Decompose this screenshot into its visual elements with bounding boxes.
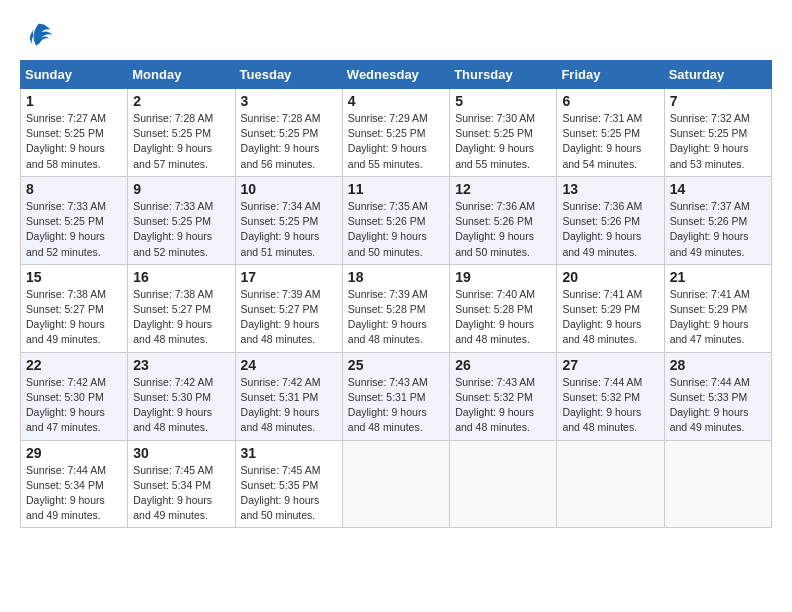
- day-info-line: Sunrise: 7:44 AM: [562, 376, 642, 388]
- calendar-cell: 27Sunrise: 7:44 AMSunset: 5:32 PMDayligh…: [557, 352, 664, 440]
- day-content: Sunrise: 7:45 AMSunset: 5:34 PMDaylight:…: [133, 463, 229, 524]
- day-number: 27: [562, 357, 658, 373]
- day-info-line: and 47 minutes.: [670, 333, 745, 345]
- calendar-cell: 19Sunrise: 7:40 AMSunset: 5:28 PMDayligh…: [450, 264, 557, 352]
- day-info-line: and 49 minutes.: [562, 246, 637, 258]
- calendar-cell: 17Sunrise: 7:39 AMSunset: 5:27 PMDayligh…: [235, 264, 342, 352]
- day-info-line: and 50 minutes.: [348, 246, 423, 258]
- day-number: 10: [241, 181, 337, 197]
- calendar-cell: 29Sunrise: 7:44 AMSunset: 5:34 PMDayligh…: [21, 440, 128, 528]
- day-info-line: Sunset: 5:33 PM: [670, 391, 748, 403]
- day-number: 20: [562, 269, 658, 285]
- calendar-cell: [450, 440, 557, 528]
- calendar-cell: 28Sunrise: 7:44 AMSunset: 5:33 PMDayligh…: [664, 352, 771, 440]
- day-info-line: Sunrise: 7:36 AM: [455, 200, 535, 212]
- day-number: 21: [670, 269, 766, 285]
- day-info-line: Sunset: 5:25 PM: [26, 127, 104, 139]
- day-info-line: Sunrise: 7:43 AM: [348, 376, 428, 388]
- day-info-line: Daylight: 9 hours: [562, 142, 641, 154]
- day-info-line: Sunset: 5:31 PM: [241, 391, 319, 403]
- day-info-line: and 52 minutes.: [26, 246, 101, 258]
- day-info-line: Sunset: 5:35 PM: [241, 479, 319, 491]
- day-info-line: Sunrise: 7:41 AM: [670, 288, 750, 300]
- day-info-line: Daylight: 9 hours: [348, 318, 427, 330]
- day-info-line: and 48 minutes.: [133, 421, 208, 433]
- day-info-line: and 48 minutes.: [562, 333, 637, 345]
- calendar-cell: 1Sunrise: 7:27 AMSunset: 5:25 PMDaylight…: [21, 89, 128, 177]
- day-number: 29: [26, 445, 122, 461]
- day-content: Sunrise: 7:38 AMSunset: 5:27 PMDaylight:…: [26, 287, 122, 348]
- calendar-cell: 7Sunrise: 7:32 AMSunset: 5:25 PMDaylight…: [664, 89, 771, 177]
- day-number: 7: [670, 93, 766, 109]
- day-info-line: Daylight: 9 hours: [455, 142, 534, 154]
- day-info-line: Sunrise: 7:30 AM: [455, 112, 535, 124]
- day-content: Sunrise: 7:29 AMSunset: 5:25 PMDaylight:…: [348, 111, 444, 172]
- day-info-line: Daylight: 9 hours: [26, 142, 105, 154]
- day-info-line: Daylight: 9 hours: [562, 406, 641, 418]
- header-day-sunday: Sunday: [21, 61, 128, 89]
- day-number: 8: [26, 181, 122, 197]
- day-info-line: Sunset: 5:27 PM: [26, 303, 104, 315]
- day-info-line: Sunset: 5:26 PM: [562, 215, 640, 227]
- day-content: Sunrise: 7:37 AMSunset: 5:26 PMDaylight:…: [670, 199, 766, 260]
- day-info-line: and 51 minutes.: [241, 246, 316, 258]
- calendar-cell: 26Sunrise: 7:43 AMSunset: 5:32 PMDayligh…: [450, 352, 557, 440]
- day-info-line: Sunset: 5:26 PM: [670, 215, 748, 227]
- calendar-cell: 30Sunrise: 7:45 AMSunset: 5:34 PMDayligh…: [128, 440, 235, 528]
- calendar-cell: 15Sunrise: 7:38 AMSunset: 5:27 PMDayligh…: [21, 264, 128, 352]
- day-info-line: Sunset: 5:25 PM: [26, 215, 104, 227]
- day-info-line: Sunset: 5:28 PM: [348, 303, 426, 315]
- day-info-line: Sunrise: 7:28 AM: [133, 112, 213, 124]
- calendar-cell: 23Sunrise: 7:42 AMSunset: 5:30 PMDayligh…: [128, 352, 235, 440]
- day-info-line: and 48 minutes.: [562, 421, 637, 433]
- day-info-line: Daylight: 9 hours: [133, 142, 212, 154]
- day-info-line: and 56 minutes.: [241, 158, 316, 170]
- day-info-line: Sunset: 5:29 PM: [562, 303, 640, 315]
- day-content: Sunrise: 7:44 AMSunset: 5:34 PMDaylight:…: [26, 463, 122, 524]
- day-info-line: Daylight: 9 hours: [133, 230, 212, 242]
- day-info-line: Sunrise: 7:38 AM: [133, 288, 213, 300]
- day-number: 30: [133, 445, 229, 461]
- day-info-line: and 48 minutes.: [241, 333, 316, 345]
- day-info-line: Sunset: 5:25 PM: [241, 127, 319, 139]
- day-number: 28: [670, 357, 766, 373]
- day-number: 25: [348, 357, 444, 373]
- day-info-line: Sunset: 5:28 PM: [455, 303, 533, 315]
- day-number: 3: [241, 93, 337, 109]
- day-info-line: Daylight: 9 hours: [670, 318, 749, 330]
- calendar-week-row: 15Sunrise: 7:38 AMSunset: 5:27 PMDayligh…: [21, 264, 772, 352]
- day-info-line: Sunset: 5:30 PM: [133, 391, 211, 403]
- day-content: Sunrise: 7:40 AMSunset: 5:28 PMDaylight:…: [455, 287, 551, 348]
- day-content: Sunrise: 7:42 AMSunset: 5:30 PMDaylight:…: [133, 375, 229, 436]
- day-info-line: Sunrise: 7:32 AM: [670, 112, 750, 124]
- day-info-line: Daylight: 9 hours: [562, 318, 641, 330]
- calendar-cell: 10Sunrise: 7:34 AMSunset: 5:25 PMDayligh…: [235, 176, 342, 264]
- day-info-line: Sunset: 5:25 PM: [455, 127, 533, 139]
- day-content: Sunrise: 7:43 AMSunset: 5:31 PMDaylight:…: [348, 375, 444, 436]
- day-info-line: and 48 minutes.: [348, 333, 423, 345]
- day-info-line: Daylight: 9 hours: [455, 318, 534, 330]
- day-content: Sunrise: 7:27 AMSunset: 5:25 PMDaylight:…: [26, 111, 122, 172]
- day-info-line: Daylight: 9 hours: [670, 142, 749, 154]
- day-number: 2: [133, 93, 229, 109]
- header-day-saturday: Saturday: [664, 61, 771, 89]
- calendar-week-row: 1Sunrise: 7:27 AMSunset: 5:25 PMDaylight…: [21, 89, 772, 177]
- day-info-line: Sunset: 5:25 PM: [348, 127, 426, 139]
- header-day-thursday: Thursday: [450, 61, 557, 89]
- calendar-cell: 12Sunrise: 7:36 AMSunset: 5:26 PMDayligh…: [450, 176, 557, 264]
- day-content: Sunrise: 7:36 AMSunset: 5:26 PMDaylight:…: [455, 199, 551, 260]
- logo: [20, 20, 62, 50]
- day-info-line: and 54 minutes.: [562, 158, 637, 170]
- calendar-cell: 21Sunrise: 7:41 AMSunset: 5:29 PMDayligh…: [664, 264, 771, 352]
- calendar-cell: 2Sunrise: 7:28 AMSunset: 5:25 PMDaylight…: [128, 89, 235, 177]
- day-info-line: and 49 minutes.: [133, 509, 208, 521]
- day-info-line: Sunset: 5:25 PM: [670, 127, 748, 139]
- day-info-line: Sunset: 5:32 PM: [562, 391, 640, 403]
- day-number: 31: [241, 445, 337, 461]
- day-number: 18: [348, 269, 444, 285]
- day-number: 22: [26, 357, 122, 373]
- day-info-line: Sunset: 5:31 PM: [348, 391, 426, 403]
- day-info-line: Sunrise: 7:38 AM: [26, 288, 106, 300]
- day-info-line: Sunset: 5:25 PM: [241, 215, 319, 227]
- day-info-line: Daylight: 9 hours: [348, 230, 427, 242]
